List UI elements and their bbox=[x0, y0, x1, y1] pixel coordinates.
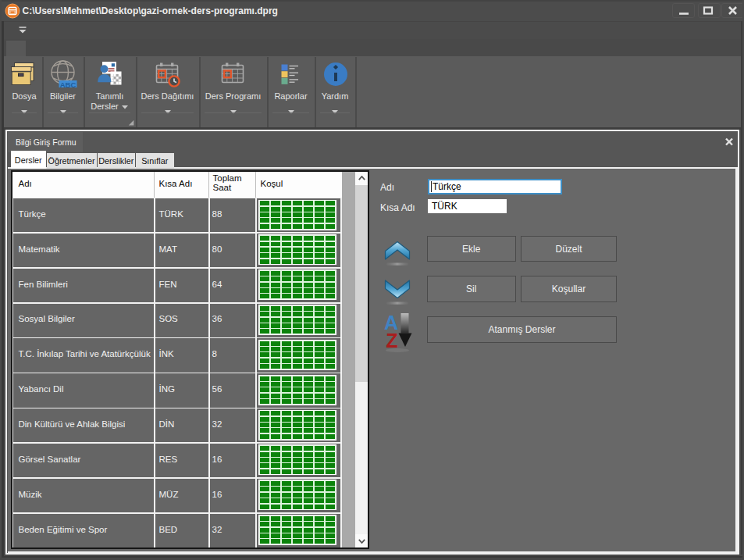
svg-text:Z: Z bbox=[386, 330, 397, 351]
svg-text:ABC: ABC bbox=[60, 80, 77, 87]
